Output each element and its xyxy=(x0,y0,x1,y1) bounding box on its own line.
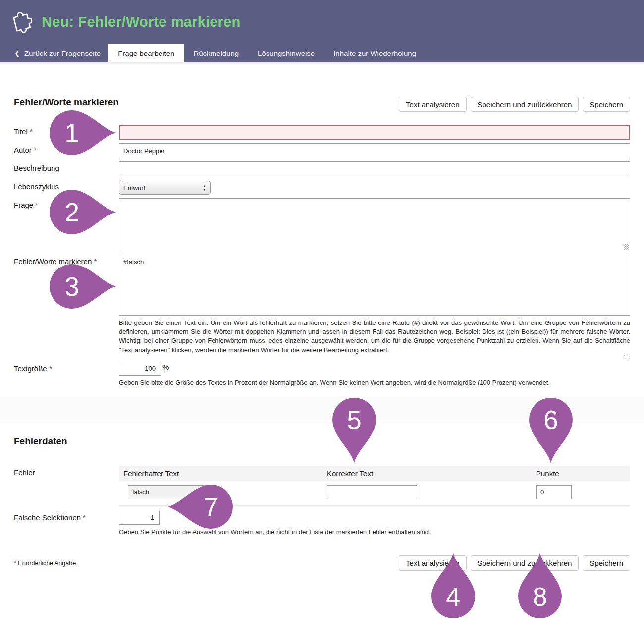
column-header-korrekter-text: Korrekter Text xyxy=(327,469,536,478)
titel-label: Titel * xyxy=(14,125,119,140)
titel-input[interactable] xyxy=(119,125,630,140)
percent-suffix: % xyxy=(162,363,169,371)
fehler-table: Fehlerhafter Text Korrekter Text Punkte xyxy=(119,466,630,506)
required-asterisk: * xyxy=(34,146,37,154)
speichern-und-zurueckkehren-button-top[interactable]: Speichern und zurückkehren xyxy=(471,97,579,112)
back-link-label: Zurück zur Fragenseite xyxy=(24,49,101,57)
frage-label: Frage * xyxy=(14,198,119,251)
section-divider xyxy=(0,397,644,423)
tab-loesungshinweise[interactable]: Lösungshinweise xyxy=(248,44,324,62)
falsche-selektionen-input[interactable] xyxy=(119,511,160,525)
falsche-selektionen-label: Falsche Selektionen * xyxy=(14,511,119,543)
fehlerdaten-title: Fehlerdaten xyxy=(14,436,630,447)
page: Neu: Fehler/Worte markieren ❮ Zurück zur… xyxy=(0,0,644,644)
tabbar-bottom-strip xyxy=(0,62,644,65)
autor-label: Autor * xyxy=(14,143,119,158)
fehler-table-header: Fehlerhafter Text Korrekter Text Punkte xyxy=(119,466,630,481)
required-asterisk: * xyxy=(94,257,97,266)
fehler-worte-textarea[interactable]: #falsch xyxy=(119,255,630,316)
column-header-fehlerhafter-text: Fehlerhafter Text xyxy=(119,469,327,478)
select-updown-arrows-icon: ▲▼ xyxy=(203,184,206,192)
speichern-button-bottom[interactable]: Speichern xyxy=(583,555,630,571)
required-asterisk: * xyxy=(30,127,33,136)
speichern-und-zurueckkehren-button-bottom[interactable]: Speichern und zurückkehren xyxy=(471,555,579,571)
beschreibung-input[interactable] xyxy=(119,161,630,176)
page-title: Neu: Fehler/Worte markieren xyxy=(42,14,240,30)
app-header: Neu: Fehler/Worte markieren xyxy=(0,0,644,44)
puzzle-piece-icon xyxy=(9,8,34,36)
tab-bar: ❮ Zurück zur Fragenseite Frage bearbeite… xyxy=(0,44,644,62)
required-asterisk: * xyxy=(49,364,52,373)
speichern-button-top[interactable]: Speichern xyxy=(583,97,630,112)
korrekter-text-input[interactable] xyxy=(327,485,417,499)
bottom-button-group: Text analysieren Speichern und zurückkeh… xyxy=(399,555,630,571)
required-asterisk: * xyxy=(83,513,86,522)
top-button-group: Text analysieren Speichern und zurückkeh… xyxy=(399,97,630,112)
resize-handle-icon[interactable] xyxy=(624,244,629,250)
lebenszyklus-selected-value: Entwurf xyxy=(123,184,145,192)
beschreibung-label: Beschreibung xyxy=(14,161,119,176)
column-header-punkte: Punkte xyxy=(536,469,630,478)
textgroesse-label: Textgröße * xyxy=(14,362,119,394)
required-field-note: * Erforderliche Angabe xyxy=(14,560,76,567)
textgroesse-help-text: Geben Sie bitte die Größe des Textes in … xyxy=(119,378,630,387)
fehler-label: Fehler xyxy=(14,466,119,506)
tab-frage-bearbeiten[interactable]: Frage bearbeiten xyxy=(108,44,184,62)
punkte-input[interactable] xyxy=(536,485,572,499)
fehler-worte-help-text: Bitte geben Sie einen Text ein. Um ein W… xyxy=(119,319,630,355)
fehler-worte-markieren-label: Fehler/Worte markieren * xyxy=(14,255,119,362)
fehlerhafter-text-input[interactable] xyxy=(128,485,217,499)
chevron-left-icon: ❮ xyxy=(14,50,20,57)
textgroesse-input[interactable] xyxy=(119,362,161,376)
tab-inhalte-zur-wiederholung[interactable]: Inhalte zur Wiederholung xyxy=(324,44,426,62)
lebenszyklus-select[interactable]: Entwurf ▲▼ xyxy=(119,181,211,195)
tab-rueckmeldung[interactable]: Rückmeldung xyxy=(184,44,248,62)
back-to-question-page-link[interactable]: ❮ Zurück zur Fragenseite xyxy=(6,44,108,62)
autor-input[interactable] xyxy=(119,143,630,158)
text-analysieren-button-top[interactable]: Text analysieren xyxy=(399,97,466,112)
falsche-selektionen-help-text: Geben Sie Punkte für die Auswahl von Wör… xyxy=(119,528,630,537)
required-asterisk: * xyxy=(35,201,38,209)
form-title: Fehler/Worte markieren xyxy=(14,97,119,107)
resize-handle-icon[interactable] xyxy=(624,355,629,360)
table-row xyxy=(119,481,630,506)
frage-textarea[interactable] xyxy=(119,198,630,251)
text-analysieren-button-bottom[interactable]: Text analysieren xyxy=(399,555,466,571)
lebenszyklus-label: Lebenszyklus xyxy=(14,180,119,195)
